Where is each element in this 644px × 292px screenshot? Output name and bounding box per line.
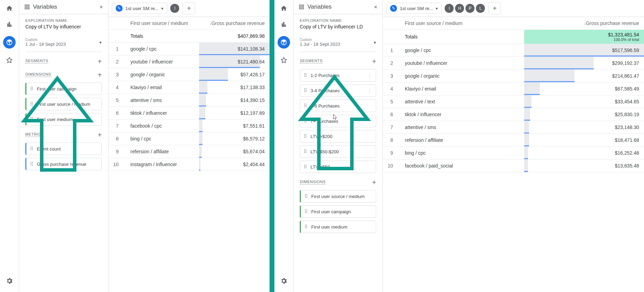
drag-handle-icon: ⠿ [304,88,307,93]
table-row[interactable]: 2youtube / influencer$299,192.37 [383,57,644,70]
seg-chip[interactable]: ⠿LTV $50-$200 [300,145,376,158]
row-revenue: $299,192.37 [524,57,644,70]
date-type: Custom [25,38,66,42]
chip-label: 3-4 Purchases [311,88,340,93]
add-tab-button[interactable]: + [488,2,501,15]
row-dimension: Klaviyo / email [126,81,199,94]
dim-chip[interactable]: ⠿First user source / medium [25,98,102,110]
row-dimension: google / organic [400,70,525,83]
row-dimension: youtube / influencer [126,55,199,68]
row-index: 6 [383,108,400,121]
table-row[interactable]: 5attentive / text$33,454.65 [383,95,644,108]
add-dimension-button[interactable]: + [372,179,376,187]
tab-1st-user-sm[interactable]: ✎ 1st user SM re... ▾ [386,3,442,14]
table-row[interactable]: 10instagram / influencer$2,404.44 [108,158,270,171]
met-chip[interactable]: ⠿Event count [25,143,102,155]
add-segment-button[interactable]: + [372,58,376,66]
date-range-selector[interactable]: Custom 1 Jul - 18 Sept 2023 ▾ [25,36,102,52]
table-row[interactable]: 8refersion / affiliate$18,471.68 [383,134,644,147]
table-row[interactable]: 5attentive / sms$14,390.15 [108,94,270,107]
column-dimension[interactable]: First user source / medium [400,17,525,30]
exploration-name[interactable]: Copy of LTV by influencer LD [300,24,376,29]
add-tab-button[interactable]: + [183,2,195,15]
home-icon[interactable] [5,4,14,12]
table-row[interactable]: 6tiktok / influencer$25,830.19 [383,108,644,121]
table-row[interactable]: 2youtube / influencer$121,480.64 [108,55,270,68]
table-row[interactable]: 9refersion / affiliate$5,674.04 [108,145,270,158]
dim-chip[interactable]: ⠿First user campaign [25,83,102,95]
user-avatar[interactable]: I [445,4,454,13]
row-index: 7 [108,120,126,132]
dim-chip[interactable]: ⠿First user source / medium [300,190,376,203]
row-index: 10 [383,160,400,172]
tab-1st-user-sm[interactable]: ✎ 1st user SM re... ▾ [112,3,167,14]
advertising-icon[interactable] [5,56,14,65]
row-dimension: refersion / affiliate [400,134,525,147]
chip-label: 5-6 Purchases [311,103,340,109]
row-dimension: Klaviyo / email [400,83,525,95]
user-avatar[interactable]: H [455,4,464,13]
table-row[interactable]: 1google / cpc$141,108.34 [108,43,270,55]
column-dimension[interactable]: First user source / medium [126,17,199,30]
seg-chip[interactable]: ⠿5-6 Purchases [300,100,376,112]
more-icon[interactable]: ⋮ [367,87,372,94]
advertising-icon[interactable] [280,56,288,65]
table-row[interactable]: 3google / organic$214,861.47 [383,70,644,83]
mouse-cursor-icon [332,114,338,120]
more-icon[interactable]: ⋮ [367,72,372,79]
table-row[interactable]: 4Klaviyo / email$67,585.49 [383,83,644,95]
exploration-name[interactable]: Copy of LTV by influencer [25,24,102,29]
dim-chip[interactable]: ⠿First user campaign [300,205,376,218]
user-avatar[interactable]: P [465,4,474,13]
dim-chip[interactable]: ⠿First user medium [300,221,376,233]
row-index: 3 [108,68,126,81]
table-row[interactable]: 6tiktok / influencer$12,197.89 [108,107,270,120]
canvas-right: ✎ 1st user SM re... ▾ IHPL + First user … [383,0,644,292]
table-row[interactable]: 3google / organic$57,428.17 [108,68,270,81]
close-icon[interactable]: ✕ [99,5,103,10]
seg-chip[interactable]: ⠿LTV >$200 [300,130,376,143]
user-avatar[interactable]: I [170,4,179,13]
explore-icon[interactable] [3,36,16,49]
seg-chip[interactable]: ⠿1-2 Purchases⋮ [300,69,376,81]
date-range-selector[interactable]: Custom 1 Jul - 18 Sept 2023 ▾ [300,36,376,52]
row-revenue: $17,138.33 [199,81,270,94]
close-icon[interactable]: ✕ [374,5,378,10]
table-row[interactable]: 10facebook / paid_social$13,835.48 [383,160,644,172]
reports-icon[interactable] [5,20,14,28]
row-index: 9 [108,145,126,158]
column-revenue[interactable]: ↓Gross purchase revenue [199,17,270,30]
settings-icon[interactable] [280,277,288,285]
table-row[interactable]: 1google / cpc$517,596.59 [383,44,644,57]
row-dimension: google / organic [126,68,199,81]
row-revenue: $13,835.48 [524,160,644,172]
seg-chip[interactable]: ⠿LTV <$50 [300,161,376,173]
drag-handle-icon: ⠿ [304,209,308,214]
exploration-name-label: EXPLORATION NAME: [300,18,376,23]
table-row[interactable]: 8bing / cpc$6,579.12 [108,132,270,145]
settings-icon[interactable] [5,277,14,285]
home-icon[interactable] [280,4,288,12]
explore-icon[interactable] [278,36,290,49]
dimensions-label: DIMENSIONS [300,180,326,184]
add-segment-button[interactable]: + [98,58,102,66]
row-index: 6 [108,107,126,120]
drag-handle-icon: ⠿ [30,146,33,151]
table-row[interactable]: 9bing / cpc$16,252.48 [383,147,644,160]
row-revenue: $18,471.68 [524,134,644,147]
row-index: 4 [108,81,126,94]
add-dimension-button[interactable]: + [98,71,102,79]
table-row[interactable]: 4Klaviyo / email$17,138.33 [108,81,270,94]
table-row[interactable]: 7facebook / cpc$7,551.61 [108,120,270,132]
row-index: 1 [108,43,126,55]
add-metric-button[interactable]: + [98,131,102,139]
drag-handle-icon: ⠿ [304,134,307,139]
table-row[interactable]: 7attentive / sms$23,148.30 [383,121,644,134]
seg-chip[interactable]: ⠿3-4 Purchases⋮ [300,84,376,97]
dim-chip[interactable]: ⠿First user medium [25,113,102,126]
drag-handle-icon: ⠿ [30,86,33,91]
user-avatar[interactable]: L [476,4,485,13]
met-chip[interactable]: ⠿Gross purchase revenue [25,158,102,170]
reports-icon[interactable] [280,20,288,28]
column-revenue[interactable]: ↓Gross purchase revenue [524,17,644,30]
